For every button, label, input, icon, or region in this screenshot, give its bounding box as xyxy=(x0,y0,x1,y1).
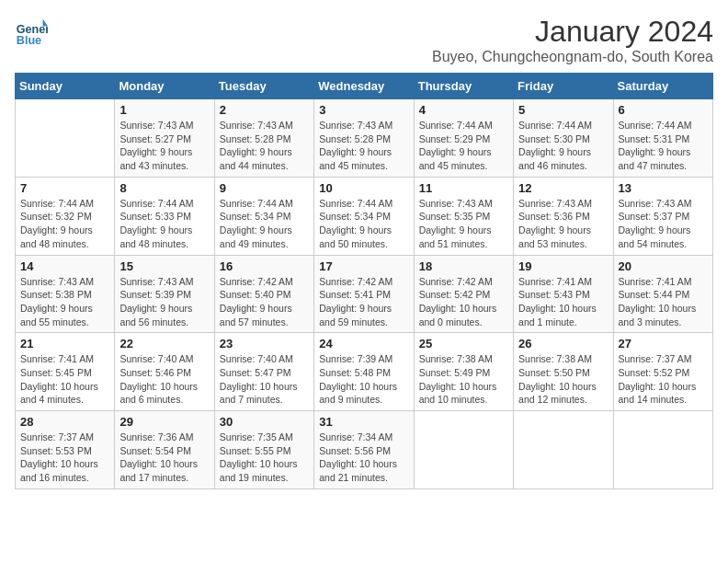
svg-text:Blue: Blue xyxy=(17,34,41,47)
day-number: 24 xyxy=(319,337,408,350)
calendar-cell: 15Sunrise: 7:43 AMSunset: 5:39 PMDayligh… xyxy=(115,255,214,333)
day-info: Sunrise: 7:44 AMSunset: 5:34 PMDaylight:… xyxy=(220,197,309,251)
day-info: Sunrise: 7:44 AMSunset: 5:31 PMDaylight:… xyxy=(619,119,708,173)
day-number: 8 xyxy=(119,181,209,195)
day-info: Sunrise: 7:44 AMSunset: 5:33 PMDaylight:… xyxy=(119,197,209,251)
week-row-3: 21Sunrise: 7:41 AMSunset: 5:45 PMDayligh… xyxy=(16,333,713,411)
calendar-cell: 11Sunrise: 7:43 AMSunset: 5:35 PMDayligh… xyxy=(414,177,513,255)
calendar-cell: 7Sunrise: 7:44 AMSunset: 5:32 PMDaylight… xyxy=(16,177,115,255)
day-info: Sunrise: 7:38 AMSunset: 5:49 PMDaylight:… xyxy=(419,352,508,407)
calendar-cell: 3Sunrise: 7:43 AMSunset: 5:28 PMDaylight… xyxy=(314,99,414,178)
day-info: Sunrise: 7:40 AMSunset: 5:47 PMDaylight:… xyxy=(220,352,309,407)
day-number: 9 xyxy=(220,181,309,195)
day-info: Sunrise: 7:43 AMSunset: 5:36 PMDaylight:… xyxy=(518,197,608,251)
day-number: 18 xyxy=(419,259,508,273)
day-number: 14 xyxy=(20,259,109,273)
calendar-cell: 14Sunrise: 7:43 AMSunset: 5:38 PMDayligh… xyxy=(16,255,115,333)
calendar-cell: 21Sunrise: 7:41 AMSunset: 5:45 PMDayligh… xyxy=(16,333,115,411)
day-number: 23 xyxy=(220,337,309,350)
calendar-cell xyxy=(16,99,115,178)
calendar-cell xyxy=(613,411,712,489)
day-info: Sunrise: 7:41 AMSunset: 5:44 PMDaylight:… xyxy=(619,275,708,329)
day-info: Sunrise: 7:39 AMSunset: 5:48 PMDaylight:… xyxy=(319,352,408,407)
day-info: Sunrise: 7:37 AMSunset: 5:52 PMDaylight:… xyxy=(619,352,708,407)
day-number: 20 xyxy=(619,259,708,273)
day-info: Sunrise: 7:41 AMSunset: 5:43 PMDaylight:… xyxy=(518,275,608,329)
day-number: 26 xyxy=(518,337,608,350)
week-row-4: 28Sunrise: 7:37 AMSunset: 5:53 PMDayligh… xyxy=(16,411,713,489)
calendar-cell: 8Sunrise: 7:44 AMSunset: 5:33 PMDaylight… xyxy=(115,177,214,255)
main-title: January 2024 xyxy=(432,15,713,49)
day-info: Sunrise: 7:43 AMSunset: 5:27 PMDaylight:… xyxy=(119,119,209,173)
day-number: 28 xyxy=(20,415,109,429)
calendar-cell: 10Sunrise: 7:44 AMSunset: 5:34 PMDayligh… xyxy=(314,177,414,255)
calendar-cell xyxy=(514,411,613,489)
day-info: Sunrise: 7:43 AMSunset: 5:37 PMDaylight:… xyxy=(619,197,708,251)
calendar-cell: 18Sunrise: 7:42 AMSunset: 5:42 PMDayligh… xyxy=(414,255,513,333)
calendar-cell: 9Sunrise: 7:44 AMSunset: 5:34 PMDaylight… xyxy=(214,177,313,255)
day-number: 12 xyxy=(518,181,608,195)
day-info: Sunrise: 7:42 AMSunset: 5:40 PMDaylight:… xyxy=(220,275,309,329)
dow-header-saturday: Saturday xyxy=(613,74,712,99)
day-number: 31 xyxy=(319,415,408,429)
day-number: 11 xyxy=(419,181,508,195)
dow-header-monday: Monday xyxy=(115,74,214,99)
day-info: Sunrise: 7:36 AMSunset: 5:54 PMDaylight:… xyxy=(119,431,209,485)
day-info: Sunrise: 7:43 AMSunset: 5:38 PMDaylight:… xyxy=(20,275,109,329)
day-info: Sunrise: 7:42 AMSunset: 5:41 PMDaylight:… xyxy=(319,275,408,329)
day-info: Sunrise: 7:35 AMSunset: 5:55 PMDaylight:… xyxy=(220,431,309,485)
day-number: 17 xyxy=(319,259,408,273)
calendar-cell: 16Sunrise: 7:42 AMSunset: 5:40 PMDayligh… xyxy=(214,255,313,333)
day-info: Sunrise: 7:43 AMSunset: 5:28 PMDaylight:… xyxy=(220,119,309,173)
calendar-cell: 23Sunrise: 7:40 AMSunset: 5:47 PMDayligh… xyxy=(214,333,313,411)
day-number: 13 xyxy=(619,181,708,195)
calendar-cell: 22Sunrise: 7:40 AMSunset: 5:46 PMDayligh… xyxy=(115,333,214,411)
dow-header-sunday: Sunday xyxy=(16,74,115,99)
day-number: 19 xyxy=(518,259,608,273)
subtitle: Buyeo, Chungcheongnam-do, South Korea xyxy=(432,49,713,65)
day-number: 7 xyxy=(20,181,109,195)
calendar-cell: 29Sunrise: 7:36 AMSunset: 5:54 PMDayligh… xyxy=(115,411,214,489)
day-info: Sunrise: 7:44 AMSunset: 5:30 PMDaylight:… xyxy=(518,119,608,173)
day-number: 29 xyxy=(119,415,209,429)
calendar-cell: 27Sunrise: 7:37 AMSunset: 5:52 PMDayligh… xyxy=(613,333,712,411)
day-number: 10 xyxy=(319,181,408,195)
day-info: Sunrise: 7:37 AMSunset: 5:53 PMDaylight:… xyxy=(20,431,109,485)
day-number: 2 xyxy=(220,103,309,117)
calendar-table: SundayMondayTuesdayWednesdayThursdayFrid… xyxy=(15,73,713,489)
title-section: January 2024 Buyeo, Chungcheongnam-do, S… xyxy=(432,15,713,65)
calendar-cell: 6Sunrise: 7:44 AMSunset: 5:31 PMDaylight… xyxy=(613,99,712,178)
calendar-cell: 2Sunrise: 7:43 AMSunset: 5:28 PMDaylight… xyxy=(214,99,313,178)
calendar-cell: 19Sunrise: 7:41 AMSunset: 5:43 PMDayligh… xyxy=(514,255,613,333)
week-row-1: 7Sunrise: 7:44 AMSunset: 5:32 PMDaylight… xyxy=(16,177,713,255)
calendar-cell xyxy=(414,411,513,489)
day-number: 16 xyxy=(220,259,309,273)
day-number: 1 xyxy=(119,103,209,117)
day-info: Sunrise: 7:41 AMSunset: 5:45 PMDaylight:… xyxy=(20,352,109,407)
day-info: Sunrise: 7:43 AMSunset: 5:28 PMDaylight:… xyxy=(319,119,408,173)
day-number: 15 xyxy=(119,259,209,273)
day-number: 3 xyxy=(319,103,408,117)
week-row-0: 1Sunrise: 7:43 AMSunset: 5:27 PMDaylight… xyxy=(16,99,713,178)
logo-icon: General Blue xyxy=(15,15,48,48)
day-info: Sunrise: 7:34 AMSunset: 5:56 PMDaylight:… xyxy=(319,431,408,485)
day-info: Sunrise: 7:40 AMSunset: 5:46 PMDaylight:… xyxy=(119,352,209,407)
calendar-cell: 28Sunrise: 7:37 AMSunset: 5:53 PMDayligh… xyxy=(16,411,115,489)
day-number: 30 xyxy=(220,415,309,429)
calendar-cell: 24Sunrise: 7:39 AMSunset: 5:48 PMDayligh… xyxy=(314,333,414,411)
day-info: Sunrise: 7:38 AMSunset: 5:50 PMDaylight:… xyxy=(518,352,608,407)
calendar-cell: 25Sunrise: 7:38 AMSunset: 5:49 PMDayligh… xyxy=(414,333,513,411)
dow-header-thursday: Thursday xyxy=(414,74,513,99)
day-info: Sunrise: 7:44 AMSunset: 5:29 PMDaylight:… xyxy=(419,119,508,173)
calendar-cell: 4Sunrise: 7:44 AMSunset: 5:29 PMDaylight… xyxy=(414,99,513,178)
calendar-cell: 13Sunrise: 7:43 AMSunset: 5:37 PMDayligh… xyxy=(613,177,712,255)
day-number: 5 xyxy=(518,103,608,117)
calendar-cell: 1Sunrise: 7:43 AMSunset: 5:27 PMDaylight… xyxy=(115,99,214,178)
page-header: General Blue January 2024 Buyeo, Chungch… xyxy=(15,15,713,65)
calendar-cell: 31Sunrise: 7:34 AMSunset: 5:56 PMDayligh… xyxy=(314,411,414,489)
logo: General Blue xyxy=(15,15,48,48)
day-number: 4 xyxy=(419,103,508,117)
day-info: Sunrise: 7:43 AMSunset: 5:35 PMDaylight:… xyxy=(419,197,508,251)
day-info: Sunrise: 7:42 AMSunset: 5:42 PMDaylight:… xyxy=(419,275,508,329)
day-number: 6 xyxy=(619,103,708,117)
